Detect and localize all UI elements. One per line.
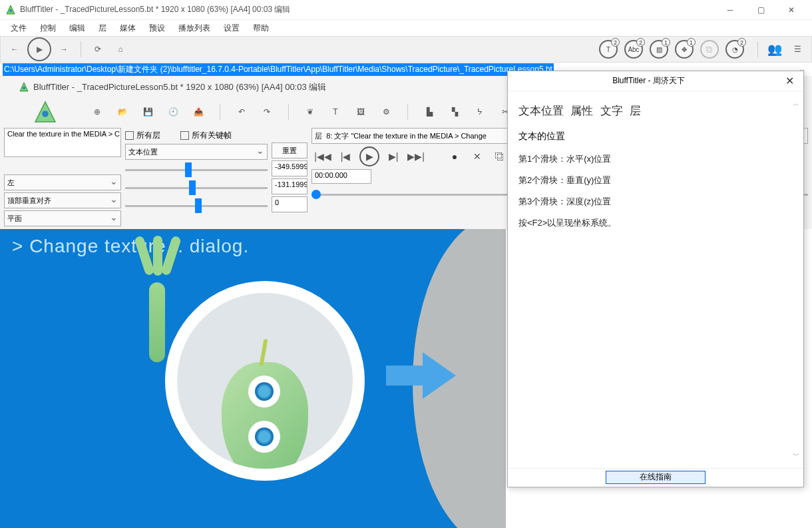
users-icon[interactable]: 👥 [765,39,785,59]
badge-count: 1 [687,38,696,47]
open-icon[interactable]: 📂 [114,104,130,120]
menu-playlist[interactable]: 播放列表 [172,20,217,37]
badge-count: 2 [636,38,645,47]
badge-count: 1 [662,38,670,47]
layer-text-input[interactable]: Clear the texture in the MEDIA > C [4,128,121,157]
menu-file[interactable]: 文件 [4,20,33,37]
menu-preset[interactable]: 预设 [142,20,172,37]
plane-select[interactable]: 平面 [4,210,121,226]
help-line: 第3个滑块：深度(z)位置 [518,196,793,208]
next-frame-button[interactable]: ▶| [385,148,402,165]
image-tool-button[interactable]: ▧1 [650,40,668,59]
slider-z[interactable] [125,198,268,214]
time-input[interactable]: 00:00.000 [311,169,371,184]
separator [288,104,289,120]
move-tool-button[interactable]: ✥1 [675,40,694,59]
text-tool-button[interactable]: T2 [599,40,618,59]
clock-icon[interactable]: 🕘 [165,104,181,120]
editor-col2: 所有层 所有关键帧 文本位置 [125,128,268,226]
badge-count: 2 [611,38,620,47]
badge-group: T2 Abc2 ▧1 ✥1 ⿻ ◔2 [599,40,744,59]
shape-icon[interactable]: ❦ [302,104,318,120]
close-button[interactable]: ✕ [776,0,807,20]
gear-icon[interactable]: ⚙ [378,104,394,120]
help-line: 第1个滑块：水平(x)位置 [518,153,793,165]
redo-icon[interactable]: ↷ [259,104,275,120]
prev-frame-button[interactable]: |◀ [337,148,354,165]
forward-button[interactable]: → [54,39,74,59]
property-value: 文本位置 [128,147,158,157]
align-h-value: 左 [7,178,15,188]
svg-marker-6 [386,352,456,399]
play-button[interactable]: ▶ [27,37,51,61]
align-center-icon[interactable]: ▚ [447,104,463,120]
app-icon [5,5,16,15]
help-line: 按<F2>以呈现坐标系统。 [518,217,793,229]
separator [81,41,81,57]
slider-y[interactable] [125,180,268,196]
time-tool-button[interactable]: ◔2 [725,40,744,59]
record-button[interactable]: ● [446,148,463,165]
menu-settings[interactable]: 设置 [217,20,246,37]
help-footer: 在线指南 [508,468,803,487]
menu-control[interactable]: 控制 [33,20,63,37]
editor-title-text: BluffTitler - _TracedPictureLesson5.bt *… [33,81,326,93]
help-title: BluffTitler - 周济天下 [514,75,783,87]
crumb-item[interactable]: 层 [630,105,641,117]
delete-key-button[interactable]: ✕ [469,148,486,165]
file-path[interactable]: C:\Users\Administrator\Desktop\新建文件夹 (2)… [3,63,554,76]
menu-edit[interactable]: 编辑 [63,20,92,37]
align-v-select[interactable]: 顶部垂直对齐 [4,192,121,208]
menu-media[interactable]: 媒体 [113,20,142,37]
menu-help[interactable]: 帮助 [246,20,276,37]
logo-icon [33,100,57,124]
all-keys-label: 所有关键帧 [192,130,232,141]
crumb-item[interactable]: 文本位置 [518,105,564,117]
help-body: 文本位置 属性 文字 层 文本的位置 第1个滑块：水平(x)位置 第2个滑块：垂… [508,91,803,468]
arrow-icon [386,349,459,402]
property-select[interactable]: 文本位置 [125,144,268,160]
online-guide-button[interactable]: 在线指南 [606,471,706,484]
slider-x[interactable] [125,162,268,178]
export-icon[interactable]: 📤 [190,104,206,120]
last-frame-button[interactable]: ▶▶| [407,148,425,165]
menu-icon[interactable]: ☰ [787,39,807,59]
separator [757,41,758,57]
align-h-select[interactable]: 左 [4,174,121,190]
value-z-input[interactable]: 0 [272,196,307,212]
scroll-up-icon[interactable]: ︿ [793,99,801,109]
all-keys-checkbox[interactable]: 所有关键帧 [180,130,232,141]
separator [220,104,220,120]
text-icon[interactable]: T [327,104,343,120]
align-v-value: 顶部垂直对齐 [7,196,51,206]
save-icon[interactable]: 💾 [140,104,156,120]
add-key-icon[interactable]: ⊕ [89,104,105,120]
play-toggle-button[interactable]: ▶ [359,146,379,166]
maximize-button[interactable]: ▢ [745,0,776,20]
reset-button[interactable]: 重置 [272,142,307,158]
crumb-item[interactable]: 文字 [600,105,623,117]
undo-icon[interactable]: ↶ [234,104,250,120]
align-left-icon[interactable]: ▙ [421,104,437,120]
scroll-down-icon[interactable]: ﹀ [793,451,801,460]
main-toolbar: ← ▶ → ⟳ ⌂ T2 Abc2 ▧1 ✥1 ⿻ ◔2 👥 ☰ [0,36,812,63]
copy-tool-button[interactable]: ⿻ [700,40,719,59]
help-close-button[interactable]: ✕ [783,75,797,87]
copy-key-button[interactable]: ⿻ [491,148,508,165]
value-y-input[interactable]: -131.19997 [272,178,307,194]
picture-icon[interactable]: 🖼 [353,104,369,120]
all-layers-checkbox[interactable]: 所有层 [125,130,160,141]
preview-viewport[interactable]: > Change texture... dialog. [0,229,506,528]
back-button[interactable]: ← [5,39,25,59]
refresh-button[interactable]: ⟳ [88,39,108,59]
crumb-item[interactable]: 属性 [570,105,593,117]
help-titlebar: BluffTitler - 周济天下 ✕ [508,71,803,91]
first-frame-button[interactable]: |◀◀ [314,148,331,165]
abc-tool-button[interactable]: Abc2 [624,40,643,59]
layer-prefix: 层 [315,132,322,140]
value-x-input[interactable]: -349.59997 [272,160,307,176]
home-button[interactable]: ⌂ [110,39,130,59]
minimize-button[interactable]: ─ [715,0,745,20]
nodes-icon[interactable]: ᔭ [472,104,488,120]
menu-layer[interactable]: 层 [92,20,113,37]
